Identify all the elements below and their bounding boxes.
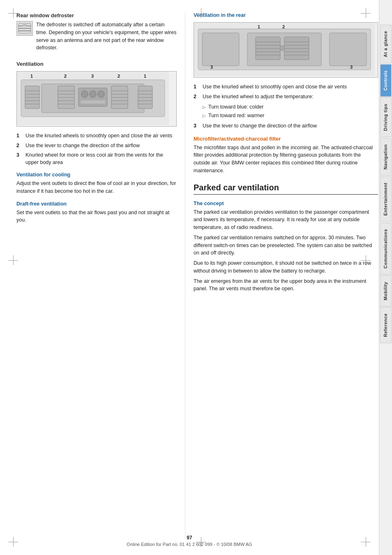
svg-point-21 (81, 91, 88, 97)
svg-point-58 (280, 46, 285, 51)
ventilation-rear-sublist: Turn toward blue: colder Turn toward red… (203, 104, 378, 119)
sidebar-tabs: At a glance Controls Driving tips Naviga… (379, 0, 392, 555)
page-footer: 97 Online Edition for Part no. 01 41 2 6… (0, 535, 379, 547)
parked-car-para-4: The air emerges from the air vents for t… (194, 278, 378, 293)
tab-driving-tips[interactable]: Driving tips (380, 97, 392, 137)
microfilter-body: The microfilter traps dust and pollen in… (194, 144, 378, 175)
rear-ventilation-subitem-2: Turn toward red: warmer (203, 112, 378, 120)
parked-car-para-2: The parked car ventilation remains switc… (194, 234, 378, 257)
tab-at-a-glance[interactable]: At a glance (380, 25, 392, 63)
microfilter-heading: Microfilter/activated-charcoal filter (194, 136, 378, 142)
draft-free-heading: Draft-free ventilation (16, 201, 177, 207)
svg-point-22 (90, 91, 96, 97)
svg-text:1: 1 (144, 74, 146, 79)
main-content: Rear window defroster The defroster is s… (0, 0, 379, 555)
svg-text:2: 2 (64, 74, 67, 79)
svg-rect-4 (23, 24, 27, 26)
page-wrapper: Rear window defroster The defroster is s… (0, 0, 392, 555)
parked-car-heading: Parked car ventilation (194, 183, 378, 195)
ventilation-rear-list: 1 Use the knurled wheel to smoothly open… (194, 83, 378, 100)
svg-text:2: 2 (118, 74, 120, 79)
rear-window-defroster-heading: Rear window defroster (16, 12, 177, 18)
ventilation-item-1: 1 Use the knurled wheels to smoothly ope… (16, 132, 177, 140)
tab-navigation[interactable]: Navigation (380, 138, 392, 176)
ventilation-rear-heading: Ventilation in the rear (194, 12, 378, 18)
svg-rect-44 (202, 33, 239, 66)
ventilation-item-3: 3 Knurled wheel for more or less cool ai… (16, 152, 177, 166)
svg-rect-24 (81, 100, 105, 104)
rear-ventilation-item-3: 3 Use the lever to change the direction … (194, 123, 378, 130)
ventilation-list: 1 Use the knurled wheels to smoothly ope… (16, 132, 177, 166)
ventilation-rear-image: 1 2 3 3 (194, 22, 378, 78)
tab-entertainment[interactable]: Entertainment (380, 176, 392, 222)
ventilation-cooling-body: Adjust the vent outlets to direct the fl… (16, 180, 177, 195)
ventilation-item-2: 2 Use the lever to change the direction … (16, 142, 177, 150)
tab-mobility[interactable]: Mobility (380, 275, 392, 307)
footer-text: Online Edition for Part no. 01 41 2 602 … (127, 542, 252, 547)
svg-rect-59 (330, 33, 367, 66)
ventilation-rear-list-3: 3 Use the lever to change the direction … (194, 123, 378, 130)
concept-heading: The concept (194, 201, 378, 206)
tab-controls[interactable]: Controls (380, 64, 392, 97)
svg-text:2: 2 (282, 24, 285, 29)
parked-car-para-1: The parked car ventilation provides vent… (194, 208, 378, 231)
rear-ventilation-subitem-1: Turn toward blue: colder (203, 104, 378, 111)
svg-text:1: 1 (30, 74, 33, 79)
svg-text:1: 1 (258, 24, 260, 29)
tab-reference[interactable]: Reference (380, 307, 392, 343)
ventilation-image: 1 2 2 1 3 (16, 71, 177, 127)
draft-free-body: Set the vent outlets so that the air flo… (16, 209, 177, 224)
rear-window-defroster-section: Rear window defroster The defroster is s… (16, 12, 177, 54)
svg-text:3: 3 (350, 65, 353, 69)
rear-ventilation-item-2: 2 Use the knurled wheel to adjust the te… (194, 93, 378, 101)
rear-ventilation-item-1: 1 Use the knurled wheel to smoothly open… (194, 83, 378, 91)
svg-point-23 (98, 91, 104, 97)
left-column: Rear window defroster The defroster is s… (16, 12, 185, 539)
svg-text:3: 3 (91, 74, 94, 79)
right-column: Ventilation in the rear (185, 12, 378, 539)
parked-car-para-3: Due to its high power consumption, it sh… (194, 259, 378, 275)
defroster-icon (16, 21, 33, 36)
page-number: 97 (0, 535, 379, 541)
ventilation-cooling-heading: Ventilation for cooling (16, 172, 177, 178)
ventilation-heading: Ventilation (16, 61, 177, 67)
svg-text:3: 3 (210, 65, 213, 69)
defroster-text: The defroster is switched off automatica… (36, 21, 177, 54)
tab-communications[interactable]: Communications (380, 223, 392, 275)
